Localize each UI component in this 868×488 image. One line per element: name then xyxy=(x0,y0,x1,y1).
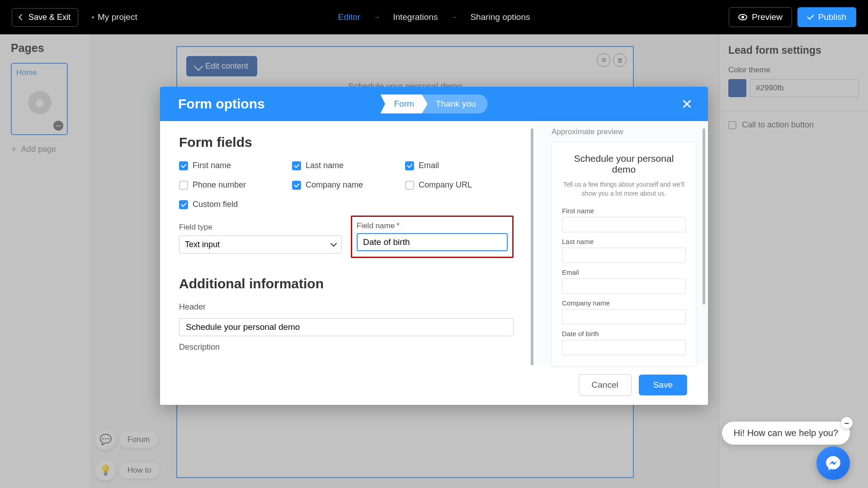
form-fields-grid: First name Last name Email Phone number … xyxy=(179,161,514,209)
preview-label: Preview xyxy=(752,12,783,22)
modal-body: Form fields First name Last name Email P… xyxy=(160,121,708,365)
header-input[interactable] xyxy=(179,318,514,336)
topbar-actions: Preview Publish xyxy=(729,7,856,27)
field-name-input[interactable] xyxy=(357,233,508,251)
preview-field-input xyxy=(562,248,686,263)
modal-tabs: Form Thank you xyxy=(380,94,487,113)
preview-button[interactable]: Preview xyxy=(729,7,792,27)
publish-button[interactable]: Publish xyxy=(797,7,856,27)
field-type-select[interactable]: Text input xyxy=(179,235,342,253)
preview-field-input xyxy=(562,278,686,294)
save-button[interactable]: Save xyxy=(639,375,687,395)
field-first-name[interactable]: First name xyxy=(179,161,288,170)
preview-field-label: Last name xyxy=(562,238,686,245)
form-options-modal: Form options Form Thank you ✕ Form field… xyxy=(160,87,708,405)
field-company-name[interactable]: Company name xyxy=(292,180,401,190)
save-exit-label: Save & Exit xyxy=(28,13,71,22)
checkbox-icon[interactable] xyxy=(179,161,188,170)
checkbox-icon[interactable] xyxy=(292,181,301,190)
description-label: Description xyxy=(179,343,514,352)
modal-footer: Cancel Save xyxy=(160,365,708,405)
preview-field-label: Company name xyxy=(562,299,686,307)
chat-prompt[interactable]: Hi! How can we help you? – xyxy=(722,422,850,445)
modal-left-column: Form fields First name Last name Email P… xyxy=(160,121,536,365)
field-custom[interactable]: Custom field xyxy=(179,200,288,209)
eye-icon xyxy=(738,14,747,20)
field-type-value: Text input xyxy=(185,240,220,249)
arrow-right-icon: → xyxy=(450,13,458,21)
close-icon[interactable]: ✕ xyxy=(681,96,693,112)
top-bar: Save & Exit My project Editor → Integrat… xyxy=(0,0,868,34)
tab-form[interactable]: Form xyxy=(380,94,427,113)
chevron-down-icon xyxy=(330,240,337,247)
additional-info-heading: Additional information xyxy=(179,276,514,291)
preview-column: Approximate preview Schedule your person… xyxy=(536,121,708,365)
checkbox-icon[interactable] xyxy=(179,200,188,209)
required-star-icon: * xyxy=(396,221,400,230)
dot-icon xyxy=(92,16,94,19)
field-name-col: Field name * xyxy=(351,223,514,258)
field-type-col: Field type Text input xyxy=(179,223,342,258)
field-phone[interactable]: Phone number xyxy=(179,180,288,190)
preview-field-input xyxy=(562,340,686,355)
check-icon xyxy=(807,13,814,20)
preview-description: Tell us a few things about yourself and … xyxy=(562,180,686,198)
publish-label: Publish xyxy=(818,12,846,22)
preview-field-label: Date of birth xyxy=(562,330,686,338)
preview-field-input xyxy=(562,309,686,324)
preview-title: Schedule your personal demo xyxy=(562,153,686,175)
modal-title: Form options xyxy=(178,96,265,112)
checkbox-icon[interactable] xyxy=(405,181,414,190)
messenger-button[interactable] xyxy=(816,446,850,480)
nav-sharing[interactable]: Sharing options xyxy=(470,12,530,22)
field-company-url[interactable]: Company URL xyxy=(405,180,514,190)
chevron-left-icon xyxy=(19,14,25,20)
field-name-highlight: Field name * xyxy=(351,216,514,258)
field-name-label: Field name * xyxy=(357,221,508,230)
custom-field-row: Field type Text input Field name * xyxy=(179,223,514,258)
preview-card: Schedule your personal demo Tell us a fe… xyxy=(552,142,696,366)
checkbox-icon[interactable] xyxy=(405,161,414,170)
tab-thank-you[interactable]: Thank you xyxy=(422,94,488,113)
nav-steps: Editor → Integrations → Sharing options xyxy=(338,12,530,22)
field-last-name[interactable]: Last name xyxy=(292,161,401,170)
preview-field-input xyxy=(562,217,686,232)
checkbox-icon[interactable] xyxy=(179,181,188,190)
minus-icon[interactable]: – xyxy=(841,417,853,429)
preview-label: Approximate preview xyxy=(552,127,697,136)
project-name[interactable]: My project xyxy=(92,12,137,22)
cancel-button[interactable]: Cancel xyxy=(579,374,632,396)
messenger-icon xyxy=(825,455,842,472)
preview-field-label: Email xyxy=(562,268,686,276)
save-exit-button[interactable]: Save & Exit xyxy=(12,8,78,27)
chat-text: Hi! How can we help you? xyxy=(734,428,838,438)
arrow-right-icon: → xyxy=(373,13,380,21)
field-email[interactable]: Email xyxy=(405,161,514,170)
project-name-text: My project xyxy=(98,12,137,22)
nav-integrations[interactable]: Integrations xyxy=(393,12,438,22)
checkbox-icon[interactable] xyxy=(292,161,301,170)
header-label: Header xyxy=(179,302,514,312)
form-fields-heading: Form fields xyxy=(179,135,514,150)
field-type-label: Field type xyxy=(179,223,342,232)
nav-editor[interactable]: Editor xyxy=(338,12,361,22)
preview-field-label: First name xyxy=(562,207,686,215)
modal-header: Form options Form Thank you ✕ xyxy=(160,87,708,121)
